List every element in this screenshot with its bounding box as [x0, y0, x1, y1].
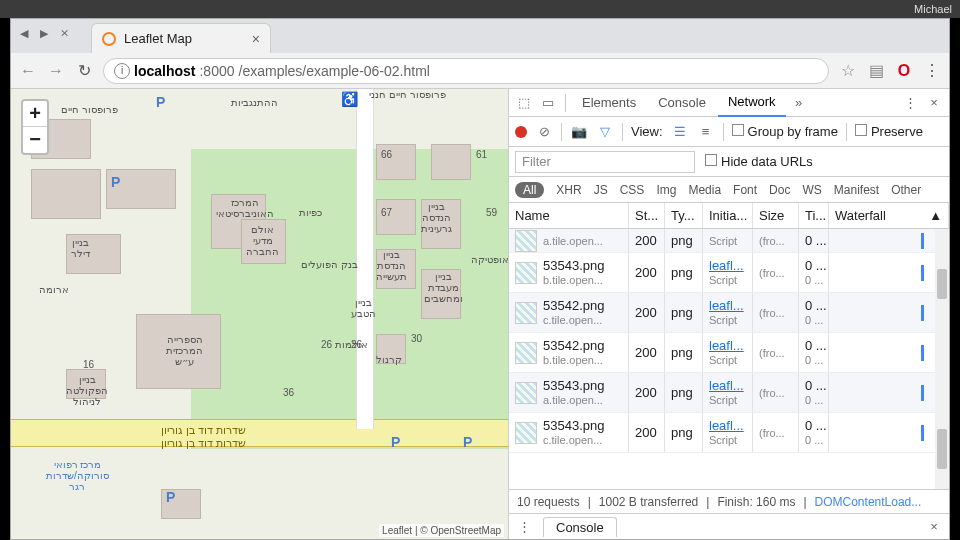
tab-elements[interactable]: Elements: [572, 89, 646, 117]
filter-toggle-icon[interactable]: ▽: [596, 124, 614, 139]
waterfall-bar: [921, 385, 924, 401]
capture-screenshot-icon[interactable]: 📷: [570, 124, 588, 139]
map-attribution[interactable]: Leaflet | © OpenStreetMap: [379, 524, 504, 537]
url-path: /examples/example-06-02.html: [239, 63, 430, 79]
filter-ws[interactable]: WS: [802, 183, 821, 197]
col-initiator: Initia...: [703, 203, 753, 228]
request-row[interactable]: a.tile.open... 200 png Script (fro... 0 …: [509, 229, 949, 253]
tab-console[interactable]: Console: [648, 89, 716, 117]
devtools-drawer: ⋮ Console ×: [509, 513, 949, 539]
browser-tab[interactable]: Leaflet Map ×: [91, 23, 271, 53]
drawer-console-tab[interactable]: Console: [543, 517, 617, 537]
col-status: St...: [629, 203, 665, 228]
url-port: :8000: [199, 63, 234, 79]
group-by-frame-checkbox[interactable]: Group by frame: [732, 124, 838, 139]
filter-manifest[interactable]: Manifest: [834, 183, 879, 197]
more-tabs-icon[interactable]: »: [788, 95, 810, 110]
large-rows-icon[interactable]: ☰: [671, 124, 689, 139]
waterfall-bar: [921, 265, 924, 281]
filter-xhr[interactable]: XHR: [556, 183, 581, 197]
filter-all[interactable]: All: [515, 182, 544, 198]
tab-title: Leaflet Map: [124, 31, 192, 46]
filter-input[interactable]: Filter: [515, 151, 695, 173]
opera-icon[interactable]: O: [895, 62, 913, 80]
leaflet-favicon-icon: [102, 32, 116, 46]
tile-thumbnail-icon: [515, 230, 537, 252]
network-status-bar: 10 requests | 1002 B transferred | Finis…: [509, 489, 949, 513]
filter-css[interactable]: CSS: [620, 183, 645, 197]
tile-thumbnail-icon: [515, 422, 537, 444]
tile-thumbnail-icon: [515, 262, 537, 284]
zoom-out-button[interactable]: −: [23, 127, 47, 153]
overview-icon[interactable]: ≡: [697, 124, 715, 139]
devtools-panel: ⬚ ▭ Elements Console Network » ⋮ × ⊘ 📷 ▽…: [508, 89, 949, 539]
col-type: Ty...: [665, 203, 703, 228]
tile-thumbnail-icon: [515, 342, 537, 364]
type-filter-row: All XHR JS CSS Img Media Font Doc WS Man…: [509, 177, 949, 203]
clear-button[interactable]: ⊘: [535, 124, 553, 139]
filter-font[interactable]: Font: [733, 183, 757, 197]
window-menu-icon[interactable]: ⨯: [57, 27, 71, 41]
filter-other[interactable]: Other: [891, 183, 921, 197]
request-row[interactable]: 53543.pnga.tile.open... 200 png leafl...…: [509, 373, 949, 413]
tab-network[interactable]: Network: [718, 89, 786, 117]
url-field[interactable]: i localhost :8000 /examples/example-06-0…: [103, 58, 829, 84]
waterfall-bar: [921, 345, 924, 361]
status-requests: 10 requests: [517, 495, 580, 509]
os-username: Michael: [914, 3, 952, 15]
waterfall-bar: [921, 305, 924, 321]
drawer-menu-icon[interactable]: ⋮: [515, 519, 533, 534]
reload-button[interactable]: ↻: [75, 61, 93, 80]
status-transferred: 1002 B transferred: [599, 495, 698, 509]
inspect-icon[interactable]: ⬚: [513, 95, 535, 110]
site-info-icon[interactable]: i: [114, 63, 130, 79]
filter-js[interactable]: JS: [594, 183, 608, 197]
hide-data-urls-checkbox[interactable]: Hide data URLs: [705, 154, 813, 169]
request-row[interactable]: 53543.pngb.tile.open... 200 png leafl...…: [509, 253, 949, 293]
map-tiles: P ♿ P P P P פרופסור חיים פרופסור חיים חנ…: [11, 89, 508, 539]
forward-button: →: [47, 62, 65, 80]
waterfall-bar: [921, 233, 924, 249]
zoom-control: + −: [21, 99, 49, 155]
devtools-tab-bar: ⬚ ▭ Elements Console Network » ⋮ ×: [509, 89, 949, 117]
network-table: Name St... Ty... Initia... Size Ti... Wa…: [509, 203, 949, 489]
tab-strip: ◀ ▶ ⨯ Leaflet Map ×: [11, 19, 949, 53]
devtools-menu-icon[interactable]: ⋮: [899, 95, 921, 110]
status-dcl[interactable]: DOMContentLoad...: [815, 495, 922, 509]
drawer-close-icon[interactable]: ×: [925, 519, 943, 534]
col-waterfall: Waterfall▲: [829, 203, 949, 228]
table-scrollbar[interactable]: [935, 229, 949, 489]
col-size: Size: [753, 203, 799, 228]
back-history-icon[interactable]: ◀: [17, 27, 31, 41]
tab-close-icon[interactable]: ×: [252, 31, 260, 47]
record-button[interactable]: [515, 126, 527, 138]
network-toolbar: ⊘ 📷 ▽ View: ☰ ≡ Group by frame Preserve: [509, 117, 949, 147]
browser-window: ◀ ▶ ⨯ Leaflet Map × ← → ↻ i localhost :8…: [10, 18, 950, 540]
leaflet-map[interactable]: P ♿ P P P P פרופסור חיים פרופסור חיים חנ…: [11, 89, 508, 539]
back-button[interactable]: ←: [19, 62, 37, 80]
tile-thumbnail-icon: [515, 302, 537, 324]
waterfall-bar: [921, 425, 924, 441]
table-header[interactable]: Name St... Ty... Initia... Size Ti... Wa…: [509, 203, 949, 229]
col-time: Ti...: [799, 203, 829, 228]
filter-doc[interactable]: Doc: [769, 183, 790, 197]
status-finish: Finish: 160 ms: [717, 495, 795, 509]
request-row[interactable]: 53542.pngc.tile.open... 200 png leafl...…: [509, 293, 949, 333]
address-bar: ← → ↻ i localhost :8000 /examples/exampl…: [11, 53, 949, 89]
col-name: Name: [509, 203, 629, 228]
fwd-history-icon[interactable]: ▶: [37, 27, 51, 41]
filter-img[interactable]: Img: [656, 183, 676, 197]
filter-media[interactable]: Media: [688, 183, 721, 197]
devtools-close-icon[interactable]: ×: [923, 95, 945, 110]
preserve-log-checkbox[interactable]: Preserve: [855, 124, 923, 139]
view-label: View:: [631, 124, 663, 139]
request-row[interactable]: 53543.pngc.tile.open... 200 png leafl...…: [509, 413, 949, 453]
request-row[interactable]: 53542.pngb.tile.open... 200 png leafl...…: [509, 333, 949, 373]
reader-icon[interactable]: ▤: [867, 61, 885, 80]
url-host: localhost: [134, 63, 195, 79]
zoom-in-button[interactable]: +: [23, 101, 47, 127]
filter-row: Filter Hide data URLs: [509, 147, 949, 177]
menu-icon[interactable]: ⋮: [923, 61, 941, 80]
device-mode-icon[interactable]: ▭: [537, 95, 559, 110]
bookmark-icon[interactable]: ☆: [839, 61, 857, 80]
